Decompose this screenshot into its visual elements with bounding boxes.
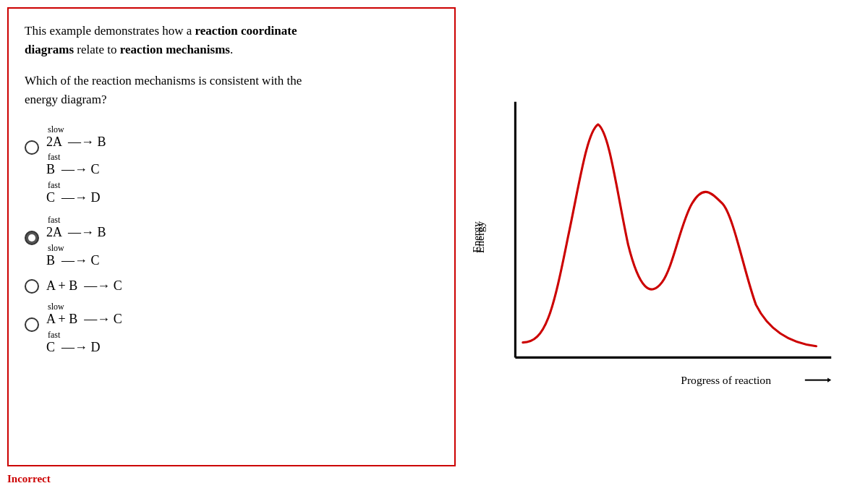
incorrect-label: Incorrect (7, 473, 51, 484)
bold-reaction-mechanisms: reaction mechanisms (120, 43, 230, 56)
option-2[interactable]: fast 2A —→ B slow B —→ C (25, 215, 438, 270)
option-4[interactable]: slow A + B —→ C fast C —→ D (25, 302, 438, 357)
chart-svg: Energy Progress of reaction (470, 85, 846, 389)
y-axis-label: Energy (471, 221, 483, 252)
step-4-1: slow A + B —→ C (46, 302, 122, 328)
energy-curve (523, 124, 817, 346)
option-2-content: fast 2A —→ B slow B —→ C (46, 215, 106, 270)
step-4-2: fast C —→ D (46, 330, 122, 356)
option-1[interactable]: slow 2A —→ B fast B —→ C fast C —→ D (25, 124, 438, 208)
step-3-1-eq: A + B —→ C (46, 278, 122, 294)
option-3[interactable]: A + B —→ C (25, 278, 438, 294)
energy-diagram: Energy Energy Progress of reaction (470, 85, 846, 389)
step-4-1-eq: A + B —→ C (46, 311, 122, 328)
step-1-3: fast C —→ D (46, 180, 106, 206)
radio-2[interactable] (25, 231, 39, 245)
question-panel: This example demonstrates how a reaction… (7, 7, 456, 466)
svg-marker-3 (827, 377, 831, 382)
intro-text: This example demonstrates how a reaction… (25, 22, 438, 59)
step-2-1: fast 2A —→ B (46, 215, 106, 241)
option-3-content: A + B —→ C (46, 278, 122, 294)
answer-options: slow 2A —→ B fast B —→ C fast C —→ D (25, 124, 438, 357)
radio-1[interactable] (25, 140, 39, 155)
radio-4[interactable] (25, 317, 39, 332)
option-4-content: slow A + B —→ C fast C —→ D (46, 302, 122, 357)
step-2-2-eq: B —→ C (46, 252, 106, 269)
step-2-2: slow B —→ C (46, 243, 106, 269)
step-1-2: fast B —→ C (46, 152, 106, 178)
status-bar: Incorrect (0, 466, 868, 491)
option-1-content: slow 2A —→ B fast B —→ C fast C —→ D (46, 124, 106, 208)
radio-3[interactable] (25, 279, 39, 294)
x-label-text: Progress of reaction (681, 373, 771, 385)
step-1-2-eq: B —→ C (46, 161, 106, 178)
chart-panel: Energy Energy Progress of reaction (456, 7, 861, 466)
step-1-1: slow 2A —→ B (46, 124, 106, 150)
which-question: Which of the reaction mechanisms is cons… (25, 72, 438, 108)
step-1-1-eq: 2A —→ B (46, 134, 106, 150)
step-2-1-eq: 2A —→ B (46, 224, 106, 241)
step-1-3-eq: C —→ D (46, 189, 106, 206)
step-4-2-eq: C —→ D (46, 339, 122, 356)
main-content: This example demonstrates how a reaction… (0, 0, 868, 466)
